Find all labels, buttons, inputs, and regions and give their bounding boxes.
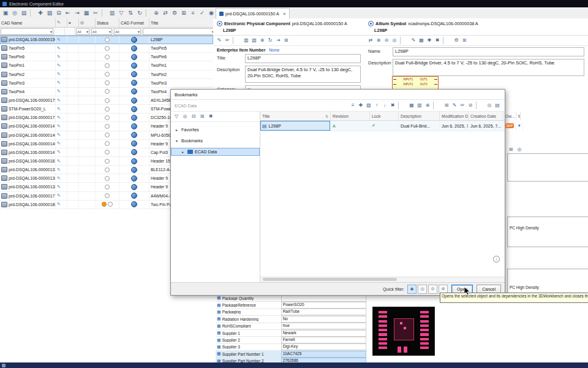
tree-item-ecad-data[interactable]: ▸ ECAD Data [171,148,260,156]
add-icon[interactable]: ✚ [357,102,364,109]
edit-icon[interactable]: ✎ [57,115,61,120]
paint-icon[interactable]: ✏ [459,102,466,109]
parameter-value-field[interactable]: 10AC7425 [281,351,366,358]
table-icon[interactable]: ▥ [108,9,116,17]
edit-cell[interactable]: ✎ [56,113,67,121]
parameter-value-field[interactable]: Digi-Key [281,343,366,350]
help-icon[interactable]: ◉ [207,9,216,17]
edit-icon[interactable]: ✎ [57,132,61,137]
link-icon[interactable]: ⊕ [152,9,160,17]
edit-cell[interactable]: ✎ [56,61,67,69]
column-header-menu[interactable]: Menu [516,112,521,120]
pcb-footprint-preview[interactable] [372,307,435,356]
filter-dropdown[interactable]: All▾ [76,28,89,35]
parameter-value-field[interactable]: PowerSO20 [281,302,366,309]
export-icon[interactable]: ⇥ [274,37,282,44]
column-header-owner[interactable]: Ow... [503,112,516,120]
edit-icon[interactable]: ✎ [57,63,61,68]
zoom-in-icon[interactable]: ⊕ [375,37,382,44]
column-header-cad-name[interactable]: CAD Name [0,18,56,27]
table-row[interactable]: TwoPin1 ✎ TwoPin1 A [0,61,213,70]
row-menu-chevron-icon[interactable]: ▾ [518,123,521,128]
caret-right-icon[interactable]: ▸ [176,128,179,132]
table-row[interactable]: prd-DSQAL106-00000150 ✎ L298P A [0,36,213,44]
edit-cell[interactable]: ✎ [56,201,67,209]
edit-cell[interactable]: ✎ [56,105,67,113]
remove-icon[interactable]: ✖ [389,102,396,109]
close-tab-icon[interactable]: ✕ [283,12,287,17]
list-icon[interactable]: ≡ [189,9,197,17]
refresh-icon[interactable]: ↻ [266,37,274,44]
edit-cell[interactable]: ✎ [56,183,67,191]
lock-menu-icon[interactable]: ⊘ [467,102,474,109]
edit-cell[interactable]: ✎ [56,36,67,44]
edit-cell[interactable]: ✎ [56,53,67,61]
parameter-row[interactable]: ▦ Supplier 1 Newark [216,330,366,337]
column-header-title[interactable]: Title ⇅ [260,112,331,120]
view-recent-icon[interactable]: ◎ [418,285,427,294]
table-row[interactable]: TwoPin6 ✎ TwoPin6 A [0,53,213,61]
name-input[interactable]: L298P [393,47,584,56]
edit-icon[interactable]: ✎ [57,89,61,94]
info-icon[interactable]: i [493,256,500,263]
column-header-title[interactable]: Title [149,18,214,27]
library-icon[interactable]: ▤ [20,9,28,17]
pan-icon[interactable]: ⇄ [367,37,374,44]
edit-icon[interactable]: ✎ [57,150,61,155]
check-icon[interactable]: ✓ [198,9,206,17]
copy-icon[interactable]: ▦ [418,37,425,44]
filter-dropdown-cad-name[interactable]: ▾ [1,28,53,35]
search-icon[interactable]: ◎ [10,9,19,17]
parameter-value-field[interactable]: Rail/Tube [281,309,366,315]
edit-cell[interactable]: ✎ [56,157,67,165]
parameter-row[interactable]: ▦ Supplier 2 Farnell [216,337,366,343]
result-title-cell[interactable]: ▤ L298P [260,121,331,131]
edit-icon[interactable]: ✎ [57,202,61,207]
os-taskbar[interactable] [0,362,588,368]
filter-dropdown-title[interactable]: ▾ [143,28,214,35]
parameter-value-field[interactable] [281,295,366,302]
cut-icon[interactable]: ✂ [91,9,100,17]
table-row[interactable]: TwoPin2 ✎ TwoPin2 A [0,71,213,79]
parameter-row[interactable]: ▦ Supplier Part Number 2 2762686 [216,358,366,362]
edit-cell[interactable]: ✎ [56,131,67,139]
tree-item-bookmarks[interactable]: ▾ Bookmarks [171,137,260,145]
search-icon[interactable]: ◎ [391,37,398,44]
scrollbar-thumb[interactable] [263,278,397,281]
edit-cell[interactable]: ✎ [56,79,67,87]
edit-icon[interactable]: ✎ [57,159,61,164]
parameter-row[interactable]: ▦ Packaging Rail/Tube [216,309,366,316]
edit-cell[interactable]: ✎ [56,88,67,96]
book-icon[interactable]: ▤ [494,102,501,109]
parameter-value-field[interactable]: Farnell [281,337,366,343]
column-header-revision[interactable]: Revision [331,112,370,120]
filter-dropdown-status[interactable]: All▾ [91,28,112,35]
table-row[interactable]: TwoPin5 ✎ TwoPin5 A [0,44,213,53]
add-icon[interactable]: ✚ [426,37,433,44]
column-header-status[interactable]: Status [96,18,119,27]
edit-menu-icon[interactable]: ✎ [451,102,458,109]
sort-icon[interactable]: ⇅ [126,9,135,17]
description-input[interactable]: Dual Full-Bridge Driver, 4.5 to 7 V, -25… [393,59,584,76]
copy-icon[interactable]: ▦ [82,9,91,17]
column-header-creation-date[interactable]: Creation Date [469,112,503,120]
magnifier-icon[interactable]: ◎ [516,146,523,153]
grid-icon[interactable]: ⊞ [282,37,290,44]
parameter-value-field[interactable]: No [281,316,366,323]
delete-icon[interactable]: ✖ [434,37,441,44]
column-header-lock[interactable]: Lock [370,112,399,120]
refresh-icon[interactable]: ↻ [135,9,144,17]
edit-icon[interactable]: ✎ [410,37,417,44]
column-header-description[interactable]: Description [399,112,440,120]
save-icon[interactable]: ⊟ [55,9,63,17]
symbol-property-field[interactable] [507,153,588,182]
edit-cell[interactable]: ✎ [56,174,67,182]
new-folder-icon[interactable]: ▧ [365,102,372,109]
filter-dropdown-cad-format[interactable]: All▾ [114,28,141,35]
export-icon[interactable]: ⇥ [73,9,81,17]
tree-item-favorites[interactable]: ▸ Favorites [171,126,260,134]
footprint-property-field[interactable]: PC High Density [507,217,588,247]
caret-down-icon[interactable]: ▾ [176,139,179,143]
parameter-row[interactable]: ▦ Supplier Part Number 1 10AC7425 [216,351,366,358]
edit-cell[interactable]: ✎ [56,140,67,148]
